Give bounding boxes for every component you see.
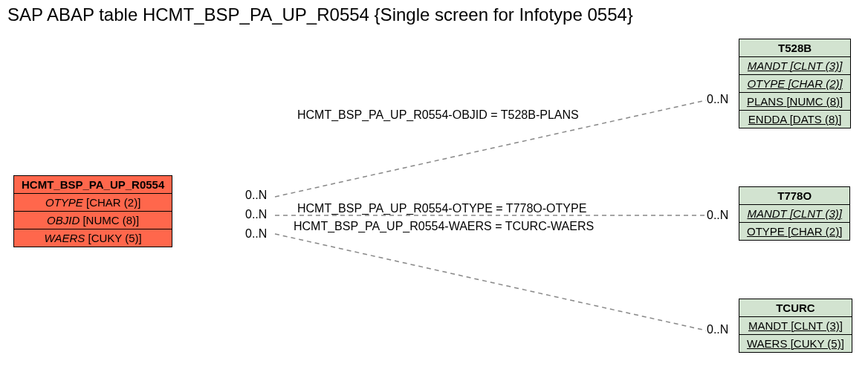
- entity-t528b: T528B MANDT [CLNT (3)] OTYPE [CHAR (2)] …: [739, 39, 851, 128]
- card-left-2: 0..N: [245, 227, 267, 241]
- entity-field: MANDT [CLNT (3)]: [739, 317, 852, 335]
- card-left-1: 0..N: [245, 208, 267, 221]
- entity-main: HCMT_BSP_PA_UP_R0554 OTYPE [CHAR (2)] OB…: [13, 175, 172, 247]
- entity-field: WAERS [CUKY (5)]: [739, 335, 852, 353]
- card-right-0: 0..N: [707, 93, 728, 106]
- relation-label-1: HCMT_BSP_PA_UP_R0554-OTYPE = T778O-OTYPE: [297, 202, 586, 215]
- entity-t778o: T778O MANDT [CLNT (3)] OTYPE [CHAR (2)]: [739, 186, 850, 241]
- entity-field: MANDT [CLNT (3)]: [739, 57, 851, 75]
- card-right-2: 0..N: [707, 323, 728, 336]
- entity-main-field: OBJID [NUMC (8)]: [14, 212, 172, 229]
- card-right-1: 0..N: [707, 209, 728, 222]
- card-left-0: 0..N: [245, 189, 267, 202]
- entity-main-field: OTYPE [CHAR (2)]: [14, 194, 172, 212]
- entity-tcurc: TCURC MANDT [CLNT (3)] WAERS [CUKY (5)]: [739, 299, 852, 353]
- entity-field: OTYPE [CHAR (2)]: [739, 223, 850, 241]
- entity-header: T528B: [739, 39, 851, 57]
- relation-label-0: HCMT_BSP_PA_UP_R0554-OBJID = T528B-PLANS: [297, 108, 579, 122]
- entity-field: PLANS [NUMC (8)]: [739, 93, 851, 111]
- entity-header: TCURC: [739, 299, 852, 317]
- entity-header: T778O: [739, 187, 850, 205]
- entity-field: OTYPE [CHAR (2)]: [739, 75, 851, 93]
- entity-main-field: WAERS [CUKY (5)]: [14, 229, 172, 247]
- entity-main-header: HCMT_BSP_PA_UP_R0554: [14, 176, 172, 194]
- svg-line-2: [275, 234, 706, 330]
- relation-label-2: HCMT_BSP_PA_UP_R0554-WAERS = TCURC-WAERS: [294, 220, 594, 233]
- entity-field: MANDT [CLNT (3)]: [739, 205, 850, 223]
- page-title: SAP ABAP table HCMT_BSP_PA_UP_R0554 {Sin…: [7, 4, 633, 25]
- entity-field: ENDDA [DATS (8)]: [739, 111, 851, 128]
